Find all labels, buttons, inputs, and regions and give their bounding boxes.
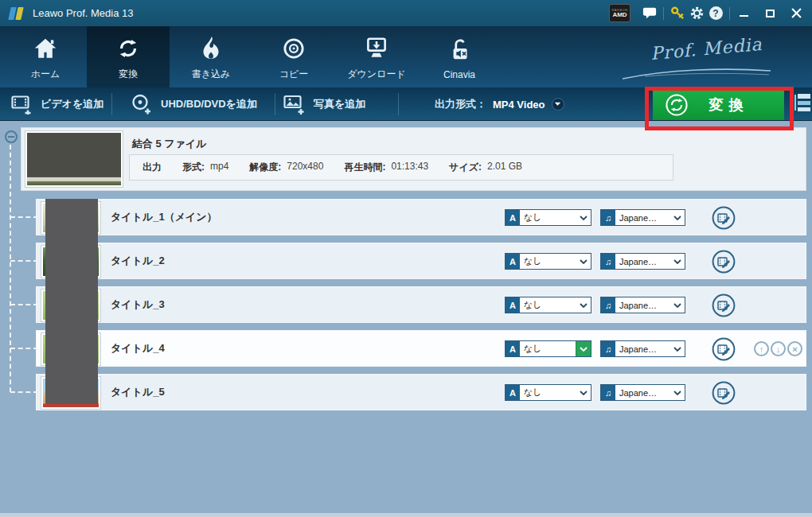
chevron-down-icon: [670, 385, 685, 400]
nav-item-cinavia[interactable]: Cinavia: [418, 26, 501, 87]
title-row[interactable]: タイトル_2 A なし ♫ Japane… ↑ ↓ ×: [36, 243, 806, 279]
chevron-down-icon: [576, 254, 591, 269]
edit-icon: [712, 206, 736, 230]
add-video-button[interactable]: ビデオを追加: [11, 87, 103, 121]
edit-button[interactable]: [712, 250, 736, 274]
nav-item-download[interactable]: ダウンロード: [335, 26, 418, 87]
subtitle-dropdown[interactable]: A なし: [505, 340, 591, 357]
add-disc-button[interactable]: UHD/BD/DVDを追加: [131, 87, 257, 121]
cinavia-lock-icon: [446, 34, 473, 66]
subtitle-dropdown[interactable]: A なし: [505, 209, 591, 226]
add-video-icon: [11, 95, 33, 115]
minimize-button[interactable]: [734, 3, 753, 24]
subtitle-icon: A: [506, 385, 520, 400]
title-label: タイトル_3: [111, 297, 165, 312]
audio-note-icon: ♫: [601, 210, 615, 225]
title-bar: Leawo Prof. Media 13 RADEON AMD ?: [0, 0, 812, 26]
title-row[interactable]: タイトル_1（メイン） A なし ♫ Japane… ↑ ↓ ×: [36, 199, 806, 235]
window-title: Leawo Prof. Media 13: [33, 7, 133, 19]
edit-icon: [712, 381, 736, 405]
edit-icon: [712, 250, 736, 274]
nav-label: Cinavia: [443, 69, 475, 80]
audio-note-icon: ♫: [601, 297, 615, 313]
edit-button[interactable]: [712, 293, 736, 317]
nav-label: 書き込み: [192, 68, 231, 81]
edit-icon: [712, 337, 736, 361]
chevron-down-icon: [576, 210, 591, 225]
add-disc-icon: [131, 94, 153, 115]
title-label: タイトル_2: [111, 254, 165, 268]
summary-info-box: 出力 形式:mp4 解像度:720x480 再生時間:01:13:43 サイズ:…: [129, 154, 673, 181]
help-icon[interactable]: ?: [706, 3, 725, 24]
merged-file-summary[interactable]: 結合 5 ファイル 出力 形式:mp4 解像度:720x480 再生時間:01:…: [21, 127, 806, 191]
convert-button-icon: [665, 93, 689, 117]
remove-button[interactable]: ×: [787, 341, 802, 356]
audio-dropdown[interactable]: ♫ Japane…: [600, 340, 685, 357]
panel-toggle-icon[interactable]: [793, 92, 812, 116]
maximize-button[interactable]: [760, 3, 779, 24]
nav-label: ダウンロード: [347, 68, 405, 81]
chevron-down-icon: [576, 297, 591, 313]
register-key-icon[interactable]: [668, 3, 687, 24]
edit-button[interactable]: [712, 206, 736, 230]
move-down-button[interactable]: ↓: [771, 341, 786, 356]
nav-item-convert[interactable]: 変換: [87, 26, 170, 87]
home-icon: [32, 33, 59, 64]
subtitle-dropdown[interactable]: A なし: [505, 253, 591, 270]
amd-gpu-badge[interactable]: RADEON AMD: [609, 4, 630, 22]
burn-flame-icon: [198, 33, 224, 64]
title-label: タイトル_1（メイン）: [111, 210, 217, 224]
feedback-icon[interactable]: [640, 3, 659, 24]
audio-note-icon: ♫: [601, 341, 615, 356]
title-row[interactable]: タイトル_4 A なし ♫ Japane… ↑ ↓ ×: [36, 330, 806, 367]
chevron-down-icon: [552, 98, 564, 111]
output-format-dropdown[interactable]: 出力形式： MP4 Video: [435, 87, 564, 121]
download-icon: [363, 33, 390, 64]
move-up-button[interactable]: ↑: [754, 341, 769, 356]
chevron-down-icon: [670, 254, 685, 269]
edit-button[interactable]: [712, 381, 736, 405]
summary-thumbnail: [25, 130, 123, 188]
chevron-down-icon: [576, 341, 591, 356]
file-list-area: 結合 5 ファイル 出力 形式:mp4 解像度:720x480 再生時間:01:…: [0, 121, 812, 517]
collapse-button[interactable]: [5, 130, 18, 143]
title-row[interactable]: タイトル_5 A なし ♫ Japane… ↑ ↓ ×: [36, 374, 806, 410]
audio-dropdown[interactable]: ♫ Japane…: [600, 297, 685, 313]
edit-button[interactable]: [712, 337, 736, 361]
output-format-label: 出力形式：: [435, 97, 486, 111]
nav-label: 変換: [119, 68, 138, 81]
copy-disc-icon: [280, 33, 307, 64]
subtitle-icon: A: [506, 297, 520, 313]
subtitle-icon: A: [506, 341, 520, 356]
audio-note-icon: ♫: [601, 385, 615, 400]
close-button[interactable]: [787, 3, 806, 24]
output-label: 出力: [142, 161, 162, 174]
add-photo-icon: [283, 94, 306, 115]
convert-icon: [114, 33, 142, 64]
convert-button[interactable]: 変換: [653, 90, 784, 120]
subtitle-dropdown[interactable]: A なし: [505, 297, 591, 313]
nav-label: ホーム: [31, 68, 61, 81]
add-photo-button[interactable]: 写真を追加: [283, 87, 365, 121]
nav-label: コピー: [279, 68, 309, 81]
title-row[interactable]: タイトル_3 A なし ♫ Japane… ↑ ↓ ×: [36, 286, 806, 323]
chevron-down-icon: [670, 297, 685, 313]
edit-icon: [712, 293, 736, 317]
audio-dropdown[interactable]: ♫ Japane…: [600, 384, 685, 401]
row-actions: ↑ ↓ ×: [754, 341, 802, 356]
output-format-value: MP4 Video: [493, 99, 545, 111]
subtitle-icon: A: [506, 254, 520, 269]
summary-thumbnail-image: [27, 133, 121, 185]
nav-item-burn[interactable]: 書き込み: [170, 26, 252, 87]
audio-dropdown[interactable]: ♫ Japane…: [600, 209, 685, 226]
subtitle-dropdown[interactable]: A なし: [505, 384, 591, 401]
nav-item-home[interactable]: ホーム: [4, 26, 87, 87]
censored-region: [45, 199, 98, 404]
chevron-down-icon: [670, 341, 685, 356]
chevron-down-icon: [576, 385, 591, 400]
title-label: タイトル_5: [111, 385, 165, 399]
tree-line: [10, 145, 11, 392]
nav-item-copy[interactable]: コピー: [252, 26, 335, 87]
audio-dropdown[interactable]: ♫ Japane…: [600, 253, 685, 270]
settings-gear-icon[interactable]: [687, 3, 706, 24]
